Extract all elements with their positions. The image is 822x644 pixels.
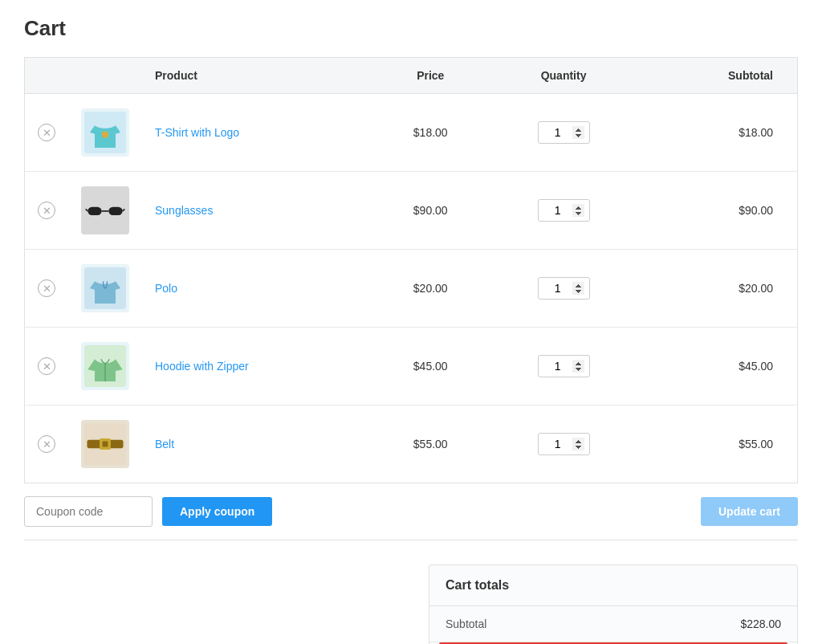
product-name-link[interactable]: Hoodie with Zipper — [155, 360, 249, 373]
product-subtotal: $90.00 — [639, 172, 798, 250]
cart-actions: Apply coupon Update cart — [24, 483, 798, 540]
col-price: Price — [372, 58, 488, 94]
quantity-input[interactable] — [538, 277, 590, 300]
product-subtotal: $45.00 — [639, 328, 798, 406]
subtotal-value: $228.00 — [740, 618, 781, 630]
product-subtotal: $55.00 — [639, 406, 798, 483]
svg-point-1 — [102, 131, 109, 138]
svg-rect-4 — [108, 207, 122, 215]
quantity-input[interactable] — [538, 355, 590, 377]
table-row: ✕ Polo$20.00$20.00 — [25, 250, 798, 328]
table-row: ✕ Belt$55.00$55.00 — [25, 406, 798, 483]
product-name-link[interactable]: Belt — [155, 438, 174, 450]
apply-coupon-button[interactable]: Apply coupon — [162, 497, 272, 526]
col-remove — [25, 58, 69, 94]
col-subtotal: Subtotal — [639, 58, 798, 94]
remove-item-icon[interactable]: ✕ — [38, 124, 55, 141]
product-price: $45.00 — [372, 328, 488, 406]
remove-item-icon[interactable]: ✕ — [38, 202, 55, 219]
col-product: Product — [142, 58, 372, 94]
coupon-input[interactable] — [24, 496, 153, 527]
table-row: ✕ Hoodie with Zipper$45.00$45.00 — [25, 328, 798, 406]
product-name-link[interactable]: T-Shirt with Logo — [155, 126, 239, 139]
table-row: ✕ T-Shirt with Logo$18.00$18.00 — [25, 94, 798, 172]
product-price: $18.00 — [372, 94, 488, 172]
cart-totals: Cart totals Subtotal $228.00 Discount -$… — [429, 565, 798, 644]
col-image — [68, 58, 142, 94]
svg-rect-14 — [103, 442, 108, 447]
svg-rect-3 — [87, 207, 101, 215]
subtotal-label: Subtotal — [446, 618, 486, 630]
remove-item-icon[interactable]: ✕ — [38, 357, 55, 375]
update-cart-button[interactable]: Update cart — [701, 497, 798, 526]
product-price: $20.00 — [372, 250, 488, 328]
page-title: Cart — [24, 16, 798, 41]
product-subtotal: $18.00 — [639, 94, 798, 172]
product-name-link[interactable]: Polo — [155, 282, 177, 295]
quantity-input[interactable] — [538, 121, 590, 144]
cart-table: Product Price Quantity Subtotal ✕ T-Shir… — [24, 57, 798, 483]
cart-totals-wrapper: Cart totals Subtotal $228.00 Discount -$… — [24, 565, 798, 644]
quantity-input[interactable] — [538, 433, 590, 455]
col-quantity: Quantity — [488, 58, 638, 94]
cart-totals-title: Cart totals — [429, 565, 797, 606]
remove-item-icon[interactable]: ✕ — [38, 279, 55, 297]
product-subtotal: $20.00 — [639, 250, 798, 328]
product-price: $55.00 — [372, 406, 488, 483]
table-row: ✕ Sunglasses$90.00$90.00 — [25, 172, 798, 250]
remove-item-icon[interactable]: ✕ — [38, 435, 55, 453]
product-name-link[interactable]: Sunglasses — [155, 204, 213, 217]
quantity-input[interactable] — [538, 199, 590, 222]
product-price: $90.00 — [372, 172, 488, 250]
totals-subtotal-row: Subtotal $228.00 — [429, 606, 797, 642]
